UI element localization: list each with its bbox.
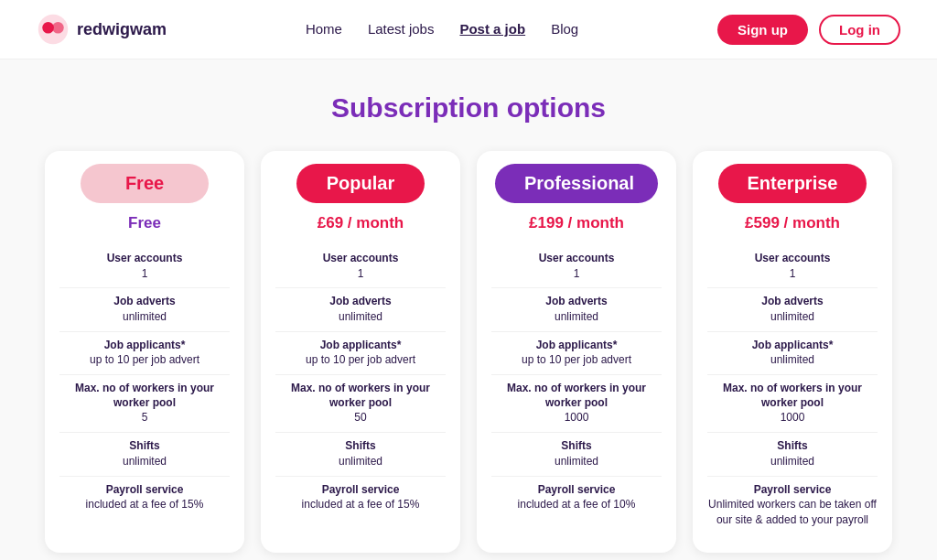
feature-item-popular-4: Shiftsunlimited <box>275 432 446 475</box>
feature-label-free-5: Payroll service <box>59 483 230 498</box>
feature-value-free-4: unlimited <box>59 454 230 469</box>
feature-value-free-3: 5 <box>59 410 230 425</box>
feature-item-professional-0: User accounts1 <box>491 245 662 287</box>
feature-label-popular-0: User accounts <box>275 252 446 266</box>
feature-value-free-1: unlimited <box>59 309 230 325</box>
feature-label-free-0: User accounts <box>59 252 230 266</box>
feature-item-free-2: Job applicants*up to 10 per job advert <box>59 331 230 374</box>
feature-label-professional-2: Job applicants* <box>491 339 662 353</box>
login-button[interactable]: Log in <box>819 15 900 45</box>
feature-label-enterprise-3: Max. no of workers in your worker pool <box>707 382 878 410</box>
plan-badge-enterprise: Enterprise <box>718 164 867 203</box>
feature-value-enterprise-4: unlimited <box>707 454 878 469</box>
nav-post-job[interactable]: Post a job <box>459 21 525 37</box>
nav-home[interactable]: Home <box>306 21 342 37</box>
nav-links: Home Latest jobs Post a job Blog <box>306 21 578 38</box>
feature-label-professional-5: Payroll service <box>491 483 662 498</box>
plan-card-professional: Professional£199 / monthUser accounts1Jo… <box>477 151 676 553</box>
feature-item-popular-0: User accounts1 <box>275 245 446 287</box>
feature-value-professional-1: unlimited <box>491 309 662 325</box>
page-content: Subscription options FreeFreeUser accoun… <box>0 59 937 560</box>
feature-value-free-0: 1 <box>59 266 230 282</box>
feature-value-professional-3: 1000 <box>491 410 662 425</box>
feature-label-professional-4: Shifts <box>491 439 662 454</box>
feature-item-professional-4: Shiftsunlimited <box>491 432 662 475</box>
feature-label-enterprise-0: User accounts <box>707 252 878 266</box>
plan-card-free: FreeFreeUser accounts1Job advertsunlimit… <box>45 151 244 553</box>
feature-item-enterprise-4: Shiftsunlimited <box>707 432 878 475</box>
feature-item-professional-2: Job applicants*up to 10 per job advert <box>491 331 662 374</box>
feature-label-free-4: Shifts <box>59 439 230 454</box>
feature-item-popular-1: Job advertsunlimited <box>275 287 446 330</box>
feature-value-professional-0: 1 <box>491 266 662 282</box>
feature-item-free-3: Max. no of workers in your worker pool5 <box>59 374 230 432</box>
feature-value-free-5: included at a fee of 15% <box>59 497 230 512</box>
feature-item-free-1: Job advertsunlimited <box>59 287 230 330</box>
feature-item-enterprise-5: Payroll serviceUnlimited workers can be … <box>707 476 878 534</box>
feature-item-professional-1: Job advertsunlimited <box>491 287 662 330</box>
feature-value-popular-0: 1 <box>275 266 446 282</box>
feature-item-popular-5: Payroll serviceincluded at a fee of 15% <box>275 476 446 519</box>
feature-label-free-2: Job applicants* <box>59 339 230 353</box>
feature-value-enterprise-5: Unlimited workers can be taken off our s… <box>707 497 878 528</box>
feature-value-professional-4: unlimited <box>491 454 662 469</box>
feature-item-popular-3: Max. no of workers in your worker pool50 <box>275 374 446 432</box>
plan-price-enterprise: £599 / month <box>745 214 840 232</box>
feature-value-popular-5: included at a fee of 15% <box>275 497 446 512</box>
plans-container: FreeFreeUser accounts1Job advertsunlimit… <box>37 151 900 553</box>
svg-point-2 <box>52 22 64 34</box>
feature-item-enterprise-1: Job advertsunlimited <box>707 287 878 330</box>
feature-value-professional-5: included at a fee of 10% <box>491 497 662 512</box>
logo-icon <box>37 13 70 46</box>
feature-label-professional-0: User accounts <box>491 252 662 266</box>
feature-label-popular-5: Payroll service <box>275 483 446 498</box>
feature-label-free-3: Max. no of workers in your worker pool <box>59 382 230 410</box>
plan-price-professional: £199 / month <box>529 214 624 232</box>
feature-value-popular-3: 50 <box>275 410 446 425</box>
nav-blog[interactable]: Blog <box>551 21 578 37</box>
feature-item-enterprise-3: Max. no of workers in your worker pool10… <box>707 374 878 432</box>
feature-label-popular-1: Job adverts <box>275 295 446 309</box>
feature-value-popular-4: unlimited <box>275 454 446 469</box>
feature-label-enterprise-1: Job adverts <box>707 295 878 309</box>
svg-point-1 <box>42 22 54 34</box>
plan-badge-free: Free <box>81 164 209 203</box>
feature-value-professional-2: up to 10 per job advert <box>491 352 662 368</box>
feature-value-popular-2: up to 10 per job advert <box>275 352 446 368</box>
feature-label-enterprise-2: Job applicants* <box>707 339 878 353</box>
feature-item-professional-3: Max. no of workers in your worker pool10… <box>491 374 662 432</box>
feature-label-enterprise-4: Shifts <box>707 439 878 454</box>
feature-item-enterprise-2: Job applicants*unlimited <box>707 331 878 374</box>
feature-label-enterprise-5: Payroll service <box>707 483 878 498</box>
feature-item-free-5: Payroll serviceincluded at a fee of 15% <box>59 476 230 519</box>
feature-label-popular-3: Max. no of workers in your worker pool <box>275 382 446 410</box>
feature-item-professional-5: Payroll serviceincluded at a fee of 10% <box>491 476 662 519</box>
plan-card-enterprise: Enterprise£599 / monthUser accounts1Job … <box>693 151 892 553</box>
feature-label-free-1: Job adverts <box>59 295 230 309</box>
nav-actions: Sign up Log in <box>717 15 900 45</box>
feature-label-popular-2: Job applicants* <box>275 339 446 353</box>
logo[interactable]: redwigwam <box>37 13 167 46</box>
plan-badge-popular: Popular <box>296 164 425 203</box>
signup-button[interactable]: Sign up <box>717 15 808 45</box>
feature-value-enterprise-0: 1 <box>707 266 878 282</box>
feature-label-professional-1: Job adverts <box>491 295 662 309</box>
feature-value-free-2: up to 10 per job advert <box>59 352 230 368</box>
feature-label-professional-3: Max. no of workers in your worker pool <box>491 382 662 410</box>
feature-item-popular-2: Job applicants*up to 10 per job advert <box>275 331 446 374</box>
feature-value-enterprise-1: unlimited <box>707 309 878 325</box>
feature-value-enterprise-2: unlimited <box>707 352 878 368</box>
logo-text: redwigwam <box>77 20 167 39</box>
navigation: redwigwam Home Latest jobs Post a job Bl… <box>0 0 937 59</box>
plan-price-popular: £69 / month <box>318 214 404 232</box>
feature-value-enterprise-3: 1000 <box>707 410 878 425</box>
plan-badge-professional: Professional <box>495 164 658 203</box>
feature-item-free-0: User accounts1 <box>59 245 230 287</box>
nav-latest-jobs[interactable]: Latest jobs <box>368 21 435 37</box>
feature-item-enterprise-0: User accounts1 <box>707 245 878 287</box>
feature-label-popular-4: Shifts <box>275 439 446 454</box>
feature-item-free-4: Shiftsunlimited <box>59 432 230 475</box>
feature-value-popular-1: unlimited <box>275 309 446 325</box>
page-title: Subscription options <box>37 92 900 124</box>
plan-card-popular: Popular£69 / monthUser accounts1Job adve… <box>261 151 460 553</box>
